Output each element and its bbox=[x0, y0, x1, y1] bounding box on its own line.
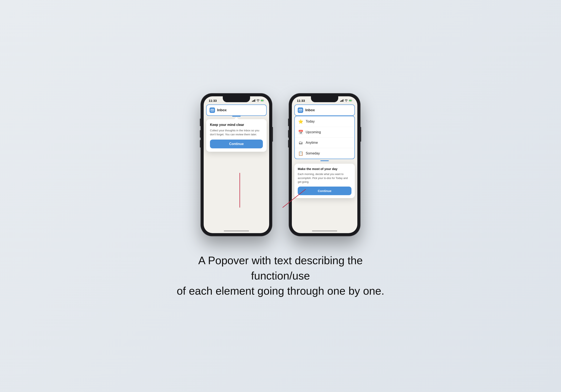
svg-rect-9 bbox=[342, 100, 342, 102]
anytime-icon: 🗂 bbox=[298, 140, 303, 145]
today-label: Today bbox=[306, 120, 315, 123]
caption-line-1: A Popover with text describing the funct… bbox=[198, 254, 363, 282]
list-section: ⭐ Today 📅 Upcoming 🗂 Anytime 📋 Someday bbox=[294, 116, 355, 159]
signal-icon-2 bbox=[340, 99, 344, 102]
status-time-2: 11:33 bbox=[297, 99, 305, 102]
scroll-indicator-1 bbox=[232, 116, 241, 117]
vol-up-button bbox=[200, 130, 201, 138]
status-icons-1 bbox=[252, 99, 264, 102]
continue-button-1[interactable]: Continue bbox=[210, 139, 263, 148]
continue-button-2[interactable]: Continue bbox=[298, 187, 351, 195]
notch-1 bbox=[223, 96, 250, 102]
mute-button bbox=[200, 120, 201, 126]
home-indicator-2 bbox=[312, 230, 337, 232]
svg-rect-1 bbox=[253, 101, 253, 102]
svg-rect-8 bbox=[341, 101, 342, 102]
caption: A Popover with text describing the funct… bbox=[175, 253, 386, 299]
notch-2 bbox=[311, 96, 338, 102]
svg-rect-10 bbox=[343, 99, 344, 102]
list-item-someday[interactable]: 📋 Someday bbox=[295, 148, 354, 159]
anytime-label: Anytime bbox=[306, 141, 318, 145]
inbox-title-2: Inbox bbox=[305, 108, 315, 112]
someday-label: Someday bbox=[306, 151, 320, 155]
popover-2-body: Each morning, decide what you want to ac… bbox=[298, 172, 351, 184]
inbox-icon-2 bbox=[298, 107, 303, 113]
mute-button-2 bbox=[288, 120, 289, 126]
popover-2-title: Make the most of your day bbox=[298, 167, 351, 171]
svg-rect-0 bbox=[252, 101, 253, 102]
list-item-today[interactable]: ⭐ Today bbox=[295, 116, 354, 127]
phone-1: 11:33 bbox=[201, 93, 272, 236]
list-item-upcoming[interactable]: 📅 Upcoming bbox=[295, 127, 354, 138]
vol-down-button bbox=[200, 140, 201, 148]
popover-2: Make the most of your day Each morning, … bbox=[294, 164, 355, 198]
caption-line-2: of each element going through one by one… bbox=[177, 285, 384, 297]
svg-rect-12 bbox=[349, 100, 351, 101]
inbox-icon-1 bbox=[210, 107, 215, 113]
svg-rect-6 bbox=[211, 109, 214, 111]
phone-1-screen: 11:33 bbox=[204, 96, 269, 233]
phone-2-screen: 11:33 bbox=[292, 96, 357, 233]
status-icons-2 bbox=[340, 99, 352, 102]
svg-rect-7 bbox=[340, 101, 341, 102]
status-time-1: 11:33 bbox=[209, 99, 217, 102]
upcoming-label: Upcoming bbox=[306, 130, 321, 134]
vol-up-button-2 bbox=[288, 130, 289, 138]
list-item-anytime[interactable]: 🗂 Anytime bbox=[295, 138, 354, 148]
signal-icon bbox=[252, 99, 255, 102]
wifi-icon-2 bbox=[345, 99, 348, 102]
phone-2-content: Inbox ⭐ Today 📅 Upcoming 🗂 Anytime bbox=[292, 103, 357, 230]
upcoming-icon: 📅 bbox=[298, 130, 303, 135]
home-indicator-1 bbox=[224, 230, 249, 232]
battery-icon bbox=[261, 99, 264, 102]
inbox-header-2[interactable]: Inbox bbox=[294, 105, 355, 116]
wifi-icon bbox=[256, 99, 260, 102]
svg-rect-13 bbox=[299, 109, 302, 111]
svg-rect-3 bbox=[255, 99, 255, 102]
today-icon: ⭐ bbox=[298, 119, 303, 124]
vol-down-button-2 bbox=[288, 140, 289, 148]
inbox-title-1: Inbox bbox=[217, 108, 227, 112]
popover-1-body: Collect your thoughts in the Inbox so yo… bbox=[210, 128, 263, 137]
phone-1-content: Inbox Keep your mind clear Collect your … bbox=[204, 103, 269, 230]
battery-icon-2 bbox=[349, 99, 352, 102]
phone-2: 11:33 bbox=[289, 93, 360, 236]
svg-rect-2 bbox=[254, 100, 254, 102]
someday-icon: 📋 bbox=[298, 151, 303, 156]
popover-1-title: Keep your mind clear bbox=[210, 123, 263, 127]
svg-rect-5 bbox=[261, 100, 263, 101]
inbox-header-1[interactable]: Inbox bbox=[206, 105, 267, 116]
popover-1: Keep your mind clear Collect your though… bbox=[206, 119, 267, 152]
scroll-indicator-2 bbox=[320, 160, 329, 161]
